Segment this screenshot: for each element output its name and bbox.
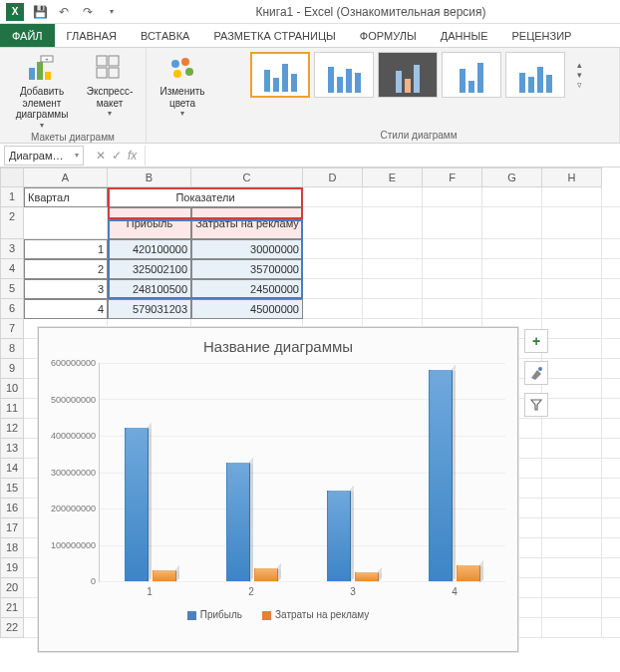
cell[interactable] (542, 379, 602, 399)
cell[interactable] (602, 359, 620, 379)
cell[interactable] (423, 187, 482, 207)
cell[interactable]: 30000000 (191, 239, 303, 259)
cell[interactable]: 24500000 (191, 279, 303, 299)
cell[interactable] (542, 598, 602, 618)
row-header[interactable]: 18 (0, 538, 24, 558)
row-header[interactable]: 21 (0, 598, 24, 618)
bar-group[interactable] (125, 428, 176, 581)
cell[interactable] (602, 618, 620, 638)
cell[interactable] (602, 399, 620, 419)
cell[interactable] (303, 239, 363, 259)
cell[interactable] (602, 479, 620, 499)
cell[interactable] (542, 299, 602, 319)
cell[interactable] (363, 207, 423, 239)
gallery-up-icon[interactable]: ▴ (577, 60, 582, 70)
chart-title[interactable]: Название диаграммы (39, 328, 517, 359)
row-header[interactable]: 11 (0, 399, 24, 419)
cell[interactable] (602, 518, 620, 538)
row-header[interactable]: 6 (0, 299, 24, 319)
undo-icon[interactable]: ↶ (56, 4, 72, 20)
tab-page-layout[interactable]: РАЗМЕТКА СТРАНИЦЫ (201, 24, 347, 47)
bar-group[interactable] (226, 463, 278, 581)
redo-icon[interactable]: ↷ (80, 4, 96, 20)
col-header[interactable]: H (542, 168, 602, 187)
row-header[interactable]: 10 (0, 379, 24, 399)
cell[interactable] (542, 499, 602, 518)
cell[interactable] (602, 538, 620, 558)
change-colors-button[interactable]: Изменить цвета ▾ (155, 52, 210, 118)
cell[interactable] (602, 239, 620, 259)
tab-file[interactable]: ФАЙЛ (0, 24, 55, 47)
fx-icon[interactable]: fx (128, 149, 137, 163)
cell[interactable] (602, 259, 620, 279)
cell[interactable] (602, 419, 620, 439)
chart-object[interactable]: Название диаграммы 010000000020000000030… (38, 327, 518, 652)
cell[interactable] (423, 279, 482, 299)
bar-adspend[interactable] (153, 570, 176, 581)
cell[interactable] (363, 279, 423, 299)
cell[interactable] (482, 259, 542, 279)
formula-input[interactable] (150, 146, 616, 166)
bar-adspend[interactable] (457, 565, 480, 582)
cell[interactable] (542, 578, 602, 598)
cell[interactable]: Квартал (24, 187, 108, 207)
qat-customize-icon[interactable]: ▾ (104, 4, 120, 20)
chart-style-thumb-3[interactable] (378, 52, 438, 98)
add-chart-element-button[interactable]: + Добавить элемент диаграммы ▾ (8, 52, 76, 130)
chart-style-thumb-4[interactable] (442, 52, 501, 98)
chart-legend[interactable]: Прибыль Затраты на рекламу (39, 609, 517, 620)
cell[interactable] (542, 439, 602, 459)
cell[interactable] (423, 259, 482, 279)
cell[interactable] (542, 207, 602, 239)
bar-group[interactable] (429, 370, 480, 581)
cell[interactable] (542, 359, 602, 379)
cell[interactable] (602, 598, 620, 618)
cell[interactable]: 3 (24, 279, 108, 299)
bar-adspend[interactable] (254, 568, 278, 581)
cell[interactable] (542, 558, 602, 578)
cell[interactable]: 45000000 (191, 299, 303, 319)
cell[interactable]: 35700000 (191, 259, 303, 279)
row-header[interactable]: 12 (0, 419, 24, 439)
col-header[interactable]: C (191, 168, 303, 187)
bar-profit[interactable] (125, 428, 149, 581)
cell[interactable] (602, 187, 620, 207)
cell[interactable] (423, 239, 482, 259)
cell[interactable] (602, 459, 620, 479)
cell[interactable] (303, 279, 363, 299)
col-header[interactable]: D (303, 168, 363, 187)
cell[interactable]: 420100000 (108, 239, 191, 259)
cell[interactable] (542, 259, 602, 279)
select-all-corner[interactable] (0, 168, 24, 187)
row-header[interactable]: 14 (0, 459, 24, 479)
cell[interactable] (602, 339, 620, 359)
name-box[interactable]: Диаграм… ▾ (4, 146, 84, 166)
col-header[interactable]: A (24, 168, 108, 187)
col-header[interactable]: B (108, 168, 191, 187)
cell[interactable] (482, 299, 542, 319)
cell[interactable] (602, 379, 620, 399)
enter-icon[interactable]: ✓ (112, 149, 122, 163)
cell[interactable] (482, 207, 542, 239)
cell[interactable] (542, 538, 602, 558)
cell[interactable] (482, 187, 542, 207)
cell[interactable]: 248100500 (108, 279, 191, 299)
cell[interactable] (423, 299, 482, 319)
tab-data[interactable]: ДАННЫЕ (429, 24, 500, 47)
cell[interactable] (602, 319, 620, 339)
cell[interactable] (303, 259, 363, 279)
row-header[interactable]: 9 (0, 359, 24, 379)
cell[interactable] (542, 339, 602, 359)
cell[interactable] (542, 399, 602, 419)
cell[interactable]: 325002100 (108, 259, 191, 279)
cell[interactable] (542, 518, 602, 538)
tab-insert[interactable]: ВСТАВКА (129, 24, 201, 47)
cell[interactable] (482, 279, 542, 299)
cell[interactable] (602, 558, 620, 578)
row-header[interactable]: 3 (0, 239, 24, 259)
quick-layout-button[interactable]: Экспресс-макет ▾ (82, 52, 138, 118)
cell[interactable] (602, 499, 620, 518)
cell[interactable] (303, 207, 363, 239)
cell[interactable] (303, 299, 363, 319)
cell[interactable] (602, 578, 620, 598)
